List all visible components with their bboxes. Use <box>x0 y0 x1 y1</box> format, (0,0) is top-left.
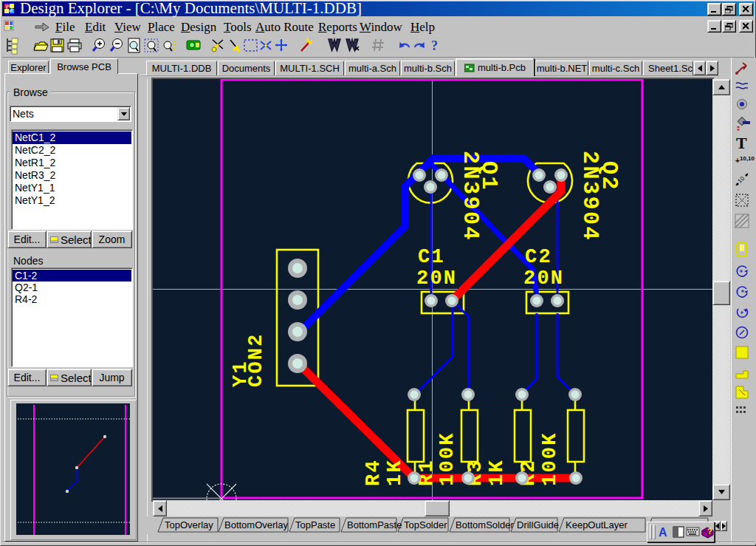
svg-text:BottomOverlay: BottomOverlay <box>224 519 288 530</box>
svg-text:C1: C1 <box>418 246 445 268</box>
svg-text:C2: C2 <box>525 246 552 268</box>
svg-text:2N3904: 2N3904 <box>577 151 602 242</box>
svg-text:A: A <box>659 526 667 539</box>
svg-text:T: T <box>736 134 747 152</box>
svg-text:100K: 100K <box>539 431 561 486</box>
svg-text:BottomPaste: BottomPaste <box>347 519 402 530</box>
svg-text:1K: 1K <box>384 459 406 486</box>
svg-text:20N: 20N <box>523 267 564 290</box>
svg-text:CON2: CON2 <box>245 332 267 387</box>
svg-text:DrillGuide: DrillGuide <box>517 519 559 530</box>
svg-text:?: ? <box>707 527 712 536</box>
svg-text:10,10: 10,10 <box>740 155 755 162</box>
svg-text:R4: R4 <box>362 459 385 486</box>
svg-text:TopOverlay: TopOverlay <box>165 519 213 530</box>
svg-text:BottomSolder: BottomSolder <box>456 519 514 530</box>
svg-text:100K: 100K <box>436 431 458 486</box>
svg-text:2N3904: 2N3904 <box>458 151 483 242</box>
svg-text:20N: 20N <box>416 267 457 290</box>
svg-text:TopSolder: TopSolder <box>404 519 447 530</box>
svg-text:?: ? <box>431 38 438 53</box>
svg-text:KeepOutLayer: KeepOutLayer <box>566 519 628 530</box>
svg-text:1K: 1K <box>486 459 508 486</box>
svg-text:TopPaste: TopPaste <box>295 519 335 530</box>
